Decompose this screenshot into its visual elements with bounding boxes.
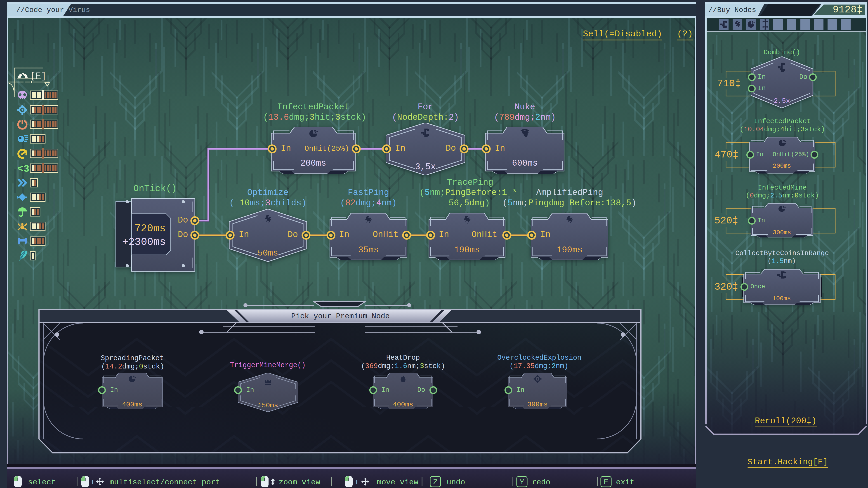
- svg-text:+: +: [90, 478, 95, 487]
- svg-text:zoom view: zoom view: [279, 478, 320, 487]
- svg-text:multiselect/connect port: multiselect/connect port: [110, 478, 220, 487]
- svg-text:Y: Y: [520, 478, 524, 487]
- svg-text:select: select: [28, 478, 56, 487]
- svg-text:E: E: [604, 478, 608, 487]
- svg-text:redo: redo: [532, 478, 550, 487]
- svg-text:Z: Z: [433, 478, 438, 487]
- svg-text:+: +: [354, 478, 359, 487]
- svg-text:move view: move view: [377, 478, 418, 487]
- svg-text:undo: undo: [447, 478, 465, 487]
- svg-text:exit: exit: [616, 478, 634, 487]
